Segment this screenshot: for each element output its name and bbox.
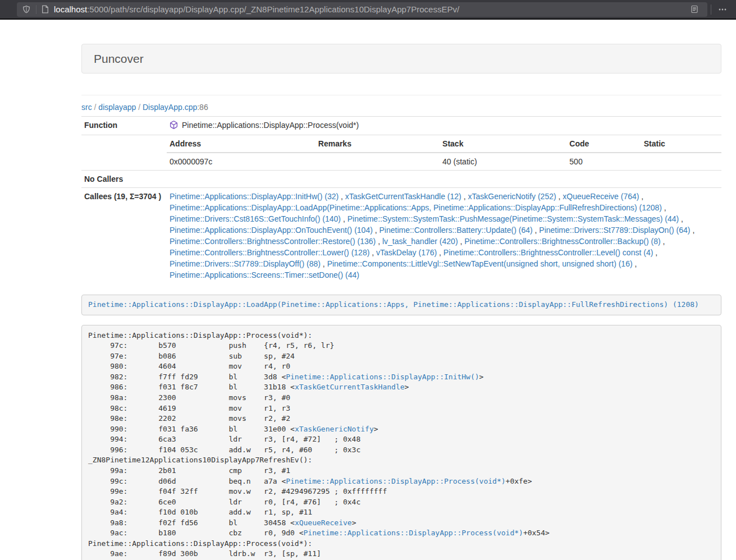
address-cell: 0x0000097c [167,153,316,170]
url-path: :5000/path/src/displayapp/DisplayApp.cpp… [87,4,459,14]
breadcrumb-separator: / [92,103,99,112]
no-callers-row: No Callers [81,171,721,188]
remarks-cell [316,153,440,170]
callee-link[interactable]: Pinetime::Controllers::BrightnessControl… [170,237,376,246]
code-cell: 500 [566,153,641,170]
stats-values-row: 0x0000097c 40 (static) 500 [167,153,721,170]
function-row: Function Pinetime::Applications::Display… [81,117,721,135]
overflow-menu-icon[interactable] [715,2,730,17]
callee-link[interactable]: Pinetime::Drivers::Cst816S::GetTouchInfo… [170,214,341,223]
divider [81,95,721,95]
stats-row: Address Remarks Stack Code Static 0x0000… [81,135,721,171]
page-container: Puncover src / displayapp / DisplayApp.c… [81,20,721,560]
stats-table: Address Remarks Stack Code Static 0x0000… [167,135,721,170]
callee-link[interactable]: Pinetime::Controllers::BrightnessControl… [444,248,653,257]
page-title: Puncover [94,52,144,65]
breadcrumb-link[interactable]: displayapp [98,103,136,112]
callee-link[interactable]: Pinetime::Applications::DisplayApp::Load… [170,203,662,212]
callee-link[interactable]: Pinetime::Drivers::St7789::DisplayOff() … [170,259,321,268]
callees-row: Callees (19, Σ=3704 ) Pinetime::Applicat… [81,188,721,284]
column-header-static: Static [641,135,721,153]
highlight-symbol-link[interactable]: Pinetime::Applications::DisplayApp::Load… [88,300,699,309]
browser-toolbar: localhost:5000/path/src/displayapp/Displ… [0,0,736,20]
callee-link[interactable]: xTaskGetCurrentTaskHandle (12) [345,192,461,201]
cube-icon [170,121,178,132]
callee-link[interactable]: lv_task_handler (420) [382,237,458,246]
callee-link[interactable]: Pinetime::Controllers::BrightnessControl… [170,248,369,257]
url-bar[interactable]: localhost:5000/path/src/displayapp/Displ… [17,2,707,17]
function-table: Function Pinetime::Applications::Display… [81,116,721,283]
url-text[interactable]: localhost:5000/path/src/displayapp/Displ… [54,4,687,14]
no-callers-label: No Callers [81,171,167,188]
stats-row-label [81,135,167,171]
callees-label: Callees (19, Σ=3704 ) [81,188,167,284]
callee-link[interactable]: Pinetime::Applications::DisplayApp::OnTo… [170,226,373,235]
page-icon[interactable] [42,5,49,13]
disassembly-symbol-link[interactable]: Pinetime::Applications::DisplayApp::Init… [286,373,479,381]
function-label: Function [81,117,167,135]
breadcrumb-line-number: :86 [197,103,208,112]
callee-link[interactable]: xQueueReceive (764) [563,192,639,201]
stack-cell: 40 (static) [440,153,566,170]
breadcrumb-link[interactable]: src [81,103,92,112]
callee-link[interactable]: Pinetime::Components::LittleVgl::SetNewT… [327,259,633,268]
column-header-address: Address [167,135,316,153]
function-name: Pinetime::Applications::DisplayApp::Proc… [182,121,359,130]
disassembly-symbol-link[interactable]: Pinetime::Applications::DisplayApp::Proc… [304,529,523,537]
reader-mode-icon[interactable] [687,2,702,17]
stats-cell: Address Remarks Stack Code Static 0x0000… [167,135,721,171]
no-callers-cell [167,171,721,188]
callee-link[interactable]: vTaskDelay (176) [376,248,437,257]
stats-header-row: Address Remarks Stack Code Static [167,135,721,153]
column-header-remarks: Remarks [316,135,440,153]
breadcrumb-link[interactable]: DisplayApp.cpp [143,103,197,112]
callee-link[interactable]: Pinetime::Drivers::St7789::DisplayOn() (… [539,226,690,235]
static-cell [641,153,721,170]
column-header-code: Code [566,135,641,153]
callee-link[interactable]: Pinetime::Controllers::Battery::Update()… [380,226,533,235]
disassembly-symbol-link[interactable]: xTaskGetCurrentTaskHandle [295,383,405,391]
callee-link[interactable]: Pinetime::Controllers::BrightnessControl… [464,237,660,246]
symbol-highlight-box: Pinetime::Applications::DisplayApp::Load… [81,295,721,315]
toolbar-divider [711,4,711,15]
callees-cell: Pinetime::Applications::DisplayApp::Init… [167,188,721,284]
breadcrumb: src / displayapp / DisplayApp.cpp:86 [81,102,721,113]
disassembly-symbol-link[interactable]: Pinetime::Applications::DisplayApp::Proc… [286,477,505,485]
column-header-stack: Stack [440,135,566,153]
callee-link[interactable]: xTaskGenericNotify (252) [468,192,556,201]
function-name-cell: Pinetime::Applications::DisplayApp::Proc… [167,117,721,135]
disassembly-symbol-link[interactable]: xQueueReceive [295,518,352,527]
shield-icon[interactable] [22,5,31,14]
url-host: localhost [54,4,87,14]
disassembly: Pinetime::Applications::DisplayApp::Proc… [81,325,721,560]
callee-link[interactable]: Pinetime::System::SystemTask::PushMessag… [348,214,679,223]
callee-link[interactable]: Pinetime::Applications::Screens::Timer::… [170,270,359,279]
breadcrumb-separator: / [136,103,143,112]
page-title-banner: Puncover [81,44,721,74]
url-bar-divider [36,5,36,14]
callee-link[interactable]: Pinetime::Applications::DisplayApp::Init… [170,192,339,201]
disassembly-symbol-link[interactable]: xTaskGenericNotify [295,425,374,433]
